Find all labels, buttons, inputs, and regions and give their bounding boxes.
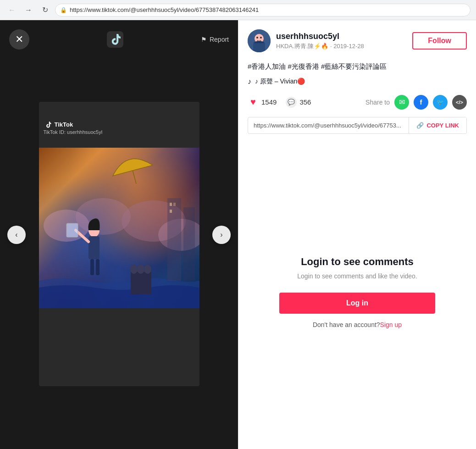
follow-button[interactable]: Follow — [412, 32, 467, 50]
login-section: Login to see comments Login to see comme… — [248, 145, 467, 440]
comments-stat: 💬 356 — [286, 97, 311, 108]
url-copy-bar: https://www.tiktok.com/@userhhhsuoc5yl/v… — [248, 117, 467, 134]
avatar-image — [248, 29, 271, 52]
tiktok-id-label: TikTok ID: userhhhsuoc5yl — [44, 129, 103, 135]
user-details: userhhhsuoc5yl HKDA.將青.陳⚡🔥 · 2019-12-28 — [276, 32, 364, 50]
login-button[interactable]: Log in — [279, 293, 435, 314]
prev-arrow-icon: ‹ — [15, 231, 17, 239]
figures-svg — [39, 189, 199, 308]
signup-line: Don't have an account?Sign up — [313, 321, 402, 328]
twitter-icon: 🐦 — [437, 99, 444, 105]
music-note-icon: ♪ — [248, 78, 251, 86]
video-logo-overlay: TikTok — [44, 120, 73, 129]
close-icon: ✕ — [15, 33, 23, 45]
share-label: Share to — [365, 99, 390, 106]
post-description: #香港人加油 #光復香港 #藍絲不要污染評論區 — [248, 61, 467, 72]
lock-icon: 🔒 — [60, 7, 67, 13]
svg-point-12 — [130, 265, 138, 274]
report-button[interactable]: ⚑ Report — [201, 36, 229, 43]
svg-rect-21 — [170, 210, 172, 213]
avatar-svg — [248, 29, 271, 52]
svg-rect-6 — [89, 236, 100, 259]
svg-point-25 — [256, 37, 258, 39]
svg-rect-10 — [96, 259, 100, 275]
prev-arrow[interactable]: ‹ — [7, 226, 26, 244]
user-section: userhhhsuoc5yl HKDA.將青.陳⚡🔥 · 2019-12-28 … — [248, 29, 467, 52]
svg-rect-19 — [170, 203, 172, 206]
video-brand-name: TikTok — [55, 121, 73, 128]
signup-prompt: Don't have an account? — [313, 321, 380, 328]
avatar — [248, 29, 271, 52]
stats: ♥ 1549 💬 356 — [248, 97, 311, 108]
svg-rect-24 — [253, 43, 265, 52]
report-label: Report — [210, 36, 229, 43]
likes-count: 1549 — [261, 98, 277, 106]
signup-link[interactable]: Sign up — [380, 321, 402, 328]
close-button[interactable]: ✕ — [9, 29, 29, 50]
heart-icon: ♥ — [248, 97, 259, 108]
comment-icon: 💬 — [286, 97, 297, 108]
svg-rect-9 — [90, 259, 94, 275]
svg-rect-17 — [167, 198, 181, 281]
tiktok-logo-area — [107, 31, 123, 48]
address-bar[interactable]: 🔒 https://www.tiktok.com/@userhhhsuoc5yl… — [55, 4, 470, 17]
stats-share: ♥ 1549 💬 356 Share to ✉ f 🐦 — [248, 95, 467, 110]
comments-count: 356 — [299, 98, 311, 106]
svg-point-14 — [137, 265, 144, 274]
svg-point-26 — [260, 37, 262, 39]
flag-icon: ⚑ — [201, 36, 207, 43]
forward-button[interactable]: → — [22, 4, 35, 17]
share-facebook-button[interactable]: f — [414, 95, 428, 110]
tiktok-logo-icon — [107, 31, 123, 48]
video-header: ✕ ⚑ Report — [0, 29, 238, 50]
share-twitter-button[interactable]: 🐦 — [433, 95, 448, 110]
copy-link-button[interactable]: 🔗 COPY LINK — [409, 117, 466, 133]
music-text: ♪ 原聲 – Vivian🔴 — [255, 78, 305, 86]
right-panel: userhhhsuoc5yl HKDA.將青.陳⚡🔥 · 2019-12-28 … — [238, 20, 476, 449]
svg-point-16 — [144, 265, 151, 274]
login-subtitle: Login to see comments and like the video… — [297, 272, 417, 280]
svg-rect-18 — [183, 207, 195, 281]
login-title: Login to see comments — [301, 256, 414, 268]
likes-stat: ♥ 1549 — [248, 97, 277, 108]
link-icon: 🔗 — [416, 122, 424, 129]
content-area: ✕ ⚑ Report TikTok — [0, 20, 476, 449]
video-panel: ✕ ⚑ Report TikTok — [0, 20, 238, 449]
back-button[interactable]: ← — [6, 4, 18, 17]
embed-icon: </> — [456, 100, 463, 105]
svg-rect-20 — [173, 203, 176, 206]
share-whatsapp-button[interactable]: ✉ — [394, 95, 409, 110]
video-artwork — [39, 148, 199, 308]
music-line: ♪ ♪ 原聲 – Vivian🔴 — [248, 78, 467, 86]
share-embed-button[interactable]: </> — [452, 95, 467, 110]
username: userhhhsuoc5yl — [276, 32, 364, 41]
whatsapp-icon: ✉ — [399, 98, 405, 106]
share-area: Share to ✉ f 🐦 </> — [365, 95, 467, 110]
user-info: userhhhsuoc5yl HKDA.將青.陳⚡🔥 · 2019-12-28 — [248, 29, 364, 52]
browser-chrome: ← → ↻ 🔒 https://www.tiktok.com/@userhhhs… — [0, 0, 476, 20]
url-text: https://www.tiktok.com/@userhhhsuoc5yl/v… — [70, 6, 259, 13]
copy-label: COPY LINK — [426, 122, 459, 129]
share-url-text: https://www.tiktok.com/@userhhhsuoc5yl/v… — [248, 117, 409, 133]
next-arrow-icon: › — [220, 231, 222, 239]
user-meta: HKDA.將青.陳⚡🔥 · 2019-12-28 — [276, 42, 364, 50]
video-container: TikTok TikTok ID: userhhhsuoc5yl — [39, 102, 199, 386]
svg-rect-15 — [144, 272, 151, 294]
reload-button[interactable]: ↻ — [39, 4, 51, 17]
svg-rect-8 — [66, 223, 78, 237]
facebook-icon: f — [420, 98, 422, 106]
next-arrow[interactable]: › — [212, 226, 231, 244]
svg-rect-11 — [131, 272, 138, 294]
svg-rect-13 — [138, 272, 144, 294]
